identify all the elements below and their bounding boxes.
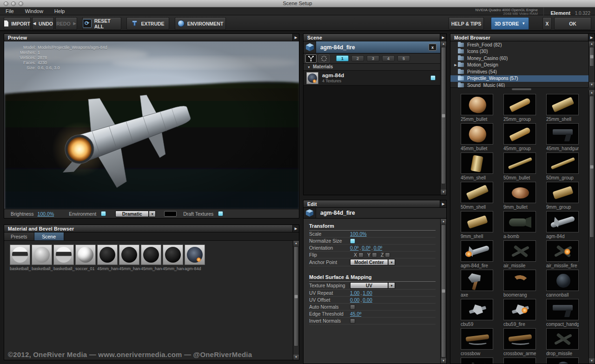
background-color-swatch[interactable] [164, 211, 177, 217]
redo-button[interactable]: REDO ▶ [55, 17, 77, 30]
uv-offset-u-value[interactable]: 0.00 [350, 297, 359, 303]
model-item[interactable]: 45mm_shell [461, 152, 493, 181]
scroll-up-icon[interactable]: ▲ [441, 219, 446, 224]
model-item[interactable]: cbu59 [461, 299, 493, 327]
model-item[interactable]: agm-84d_fire [461, 240, 493, 269]
flip-z-checkbox[interactable] [385, 252, 390, 258]
scroll-down-icon[interactable]: ▼ [589, 82, 595, 87]
tree-item-fresh-food[interactable]: Fresh_Food (82) [450, 41, 588, 48]
tree-item-sound-music[interactable]: Sound_Music (46) [450, 82, 588, 87]
uv-repeat-u-value[interactable]: 1.00 [350, 290, 359, 296]
flip-y-checkbox[interactable] [372, 252, 377, 258]
flip-x-checkbox[interactable] [358, 252, 364, 258]
help-tips-button[interactable]: HELP & TIPS [449, 17, 484, 30]
scrollbar-thumb[interactable] [294, 246, 298, 346]
model-item[interactable]: boomerang [503, 270, 536, 298]
auto-normals-checkbox[interactable] [350, 304, 355, 310]
model-item[interactable]: cbu59_fire [503, 299, 536, 327]
model-item[interactable]: 9mm_bullet [503, 182, 536, 210]
model-item[interactable] [503, 357, 536, 364]
model-item[interactable]: a-bomb [503, 211, 536, 239]
scene-object-row[interactable]: agm-84d_fire x [304, 41, 440, 53]
material-item[interactable]: soccer_01 [75, 245, 96, 271]
model-item[interactable]: air_missile [503, 240, 536, 269]
tree-scrollbar[interactable]: ▲ ▼ [588, 41, 595, 87]
group-slot-2[interactable]: 2 [351, 55, 364, 61]
ok-button[interactable]: OK [554, 17, 591, 30]
environment-button[interactable]: ENVIRONMENT [175, 17, 226, 30]
scroll-down-icon[interactable]: ▼ [441, 190, 446, 195]
tab-scene[interactable]: Scene [34, 232, 64, 240]
material-item[interactable]: 45mm_handg [141, 245, 161, 271]
model-item[interactable]: 45mm_group [503, 123, 536, 152]
model-browser-collapse-icon[interactable]: ▶ [588, 34, 595, 41]
invert-normals-checkbox[interactable] [350, 318, 355, 324]
material-item[interactable]: 45mm_handg [97, 245, 118, 271]
scene-panel-scrollbar[interactable]: ▲ ▼ [440, 41, 446, 195]
normalize-size-checkbox[interactable] [350, 238, 355, 244]
menu-window[interactable]: Window [20, 7, 49, 14]
group-slot-4[interactable]: 4 [382, 55, 395, 61]
model-item[interactable]: 9mm_shell [461, 211, 493, 239]
model-item[interactable]: agm-84d [546, 211, 579, 239]
model-grid-scrollbar[interactable]: ▲ ▼ [588, 90, 595, 364]
model-item[interactable]: cannonball [546, 270, 579, 298]
model-item[interactable]: axe [461, 270, 493, 298]
model-item[interactable]: crossbow_armed [503, 328, 536, 357]
material-browser-collapse-icon[interactable]: ▶ [292, 225, 299, 232]
particle-mode-button[interactable] [318, 54, 330, 63]
model-item[interactable]: 25mm_group [503, 94, 536, 122]
model-item[interactable]: 45mm_handgun [546, 123, 579, 152]
scroll-up-icon[interactable]: ▲ [589, 41, 595, 46]
model-item[interactable]: 45mm_bullet [461, 123, 493, 152]
group-slot-3[interactable]: 3 [367, 55, 379, 61]
model-item[interactable]: compact_handgun [546, 299, 579, 327]
model-item[interactable]: 50mm_bullet [503, 152, 536, 181]
menu-help[interactable]: Help [49, 7, 71, 14]
scrollbar-thumb[interactable] [589, 47, 594, 66]
uv-offset-v-value[interactable]: 0.00 [363, 297, 372, 303]
tree-item-projectile-weapons[interactable]: Projectile_Weapons (57) [450, 75, 588, 82]
model-item[interactable]: air_missile_fire [546, 240, 579, 269]
edit-panel-scrollbar[interactable]: ▲ ▼ [440, 219, 446, 364]
material-item[interactable]: 45mm_handg [119, 245, 139, 271]
material-item[interactable]: basketball_ho [32, 245, 52, 271]
remove-object-button[interactable]: x [429, 44, 436, 51]
material-browser-scrollbar[interactable]: ▲ ▼ [293, 241, 299, 360]
scrollbar-thumb[interactable] [441, 47, 446, 184]
undo-button[interactable]: ◀ UNDO [32, 17, 54, 30]
import-button[interactable]: IMPORT [4, 17, 31, 30]
orientation-y-value[interactable]: 0.0º [362, 245, 370, 251]
texture-mapping-dropdown[interactable]: UV ▼ [350, 282, 395, 289]
model-item[interactable]: 50mm_shell [461, 182, 493, 210]
scroll-down-icon[interactable]: ▼ [589, 358, 595, 364]
menu-file[interactable]: File [0, 7, 20, 14]
scroll-up-icon[interactable]: ▲ [441, 41, 446, 46]
model-item[interactable]: 50mm_group [546, 152, 579, 181]
scroll-up-icon[interactable]: ▲ [293, 241, 299, 246]
reset-all-button[interactable]: ⟳ RESET ALL [82, 17, 121, 30]
model-item[interactable] [546, 357, 579, 364]
scroll-down-icon[interactable]: ▼ [293, 355, 299, 360]
tree-item-money-casino[interactable]: Money_Casino (60) [450, 55, 588, 62]
tree-item-motion-design[interactable]: ▶ Motion_Design [450, 62, 588, 69]
material-enabled-checkbox[interactable] [430, 75, 436, 80]
tree-item-icons[interactable]: Icons (30) [450, 48, 588, 55]
group-slot-5[interactable]: 5 [397, 55, 410, 61]
material-item[interactable]: 45mm_handg [163, 245, 183, 271]
edge-threshold-value[interactable]: 45.0º [350, 311, 361, 317]
tab-presets[interactable]: Presets [4, 232, 34, 240]
scroll-down-icon[interactable]: ▼ [441, 358, 446, 364]
model-item[interactable]: 9mm_group [546, 182, 579, 210]
model-item[interactable]: 25mm_shell [546, 94, 579, 122]
uv-repeat-v-value[interactable]: 1.00 [363, 290, 372, 296]
environment-checkbox[interactable] [101, 211, 106, 216]
3d-store-button[interactable]: 3D STORE ▼ [491, 17, 529, 30]
orientation-x-value[interactable]: 0.0º [350, 245, 358, 251]
anchor-point-dropdown[interactable]: Model Center ▼ [350, 259, 395, 265]
group-slot-1[interactable]: 1 [336, 55, 349, 61]
material-item[interactable]: basketball_ho [53, 245, 74, 271]
scene-panel-collapse-icon[interactable]: ▶ [440, 34, 446, 41]
edit-panel-collapse-icon[interactable]: ▶ [440, 200, 446, 207]
tree-item-primitives[interactable]: Primitives (54) [450, 68, 588, 75]
